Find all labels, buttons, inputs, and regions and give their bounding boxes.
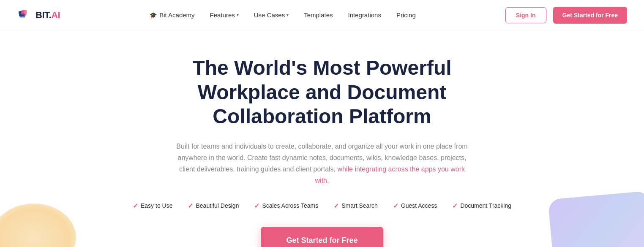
feature-guest-label: Guest Access xyxy=(401,202,437,209)
nav-integrations[interactable]: Integrations xyxy=(348,11,381,19)
hero-content: The World's Most Powerful Workplace and … xyxy=(133,56,511,247)
logo-text: BIT.AI xyxy=(35,10,60,21)
nav-links: 🎓 Bit Academy Features ▾ Use Cases ▾ Tem… xyxy=(150,11,416,19)
use-cases-chevron-icon: ▾ xyxy=(287,13,289,17)
hero-title: The World's Most Powerful Workplace and … xyxy=(149,56,495,129)
nav-actions: Sign In Get Started for Free xyxy=(505,7,627,24)
get-started-nav-button[interactable]: Get Started for Free xyxy=(553,7,627,24)
check-icon-easy: ✓ xyxy=(133,202,138,210)
feature-easy-label: Easy to Use xyxy=(141,202,172,209)
nav-templates[interactable]: Templates xyxy=(304,11,333,19)
features-row: ✓ Easy to Use ✓ Beautiful Design ✓ Scale… xyxy=(133,202,511,210)
feature-search-label: Smart Search xyxy=(341,202,378,209)
feature-tracking-label: Document Tracking xyxy=(460,202,511,209)
feature-doc-tracking: ✓ Document Tracking xyxy=(452,202,511,210)
check-icon-beautiful: ✓ xyxy=(188,202,193,210)
hero-section: The World's Most Powerful Workplace and … xyxy=(0,30,644,247)
feature-smart-search: ✓ Smart Search xyxy=(333,202,378,210)
feature-easy-to-use: ✓ Easy to Use xyxy=(133,202,172,210)
logo[interactable]: BIT.AI xyxy=(17,8,60,23)
check-icon-guest: ✓ xyxy=(393,202,398,210)
feature-beautiful-design: ✓ Beautiful Design xyxy=(188,202,239,210)
blob-right-decoration xyxy=(548,190,644,247)
get-started-cta-button[interactable]: Get Started for Free xyxy=(261,227,383,247)
signin-button[interactable]: Sign In xyxy=(505,7,546,23)
navbar: BIT.AI 🎓 Bit Academy Features ▾ Use Case… xyxy=(0,0,644,30)
nav-pricing[interactable]: Pricing xyxy=(396,11,416,19)
feature-scales-label: Scales Across Teams xyxy=(262,202,318,209)
feature-beautiful-label: Beautiful Design xyxy=(196,202,239,209)
nav-use-cases[interactable]: Use Cases ▾ xyxy=(254,11,289,19)
check-icon-scales: ✓ xyxy=(254,202,259,210)
feature-scales-teams: ✓ Scales Across Teams xyxy=(254,202,318,210)
feature-guest-access: ✓ Guest Access xyxy=(393,202,437,210)
features-chevron-icon: ▾ xyxy=(237,13,239,17)
hero-subtitle: Built for teams and individuals to creat… xyxy=(174,141,470,187)
blob-left-decoration xyxy=(0,204,76,247)
check-icon-tracking: ✓ xyxy=(452,202,458,210)
nav-academy[interactable]: 🎓 Bit Academy xyxy=(150,11,194,19)
nav-features[interactable]: Features ▾ xyxy=(210,11,239,19)
check-icon-search: ✓ xyxy=(333,202,339,210)
logo-icon xyxy=(17,8,32,23)
svg-rect-2 xyxy=(20,14,25,17)
